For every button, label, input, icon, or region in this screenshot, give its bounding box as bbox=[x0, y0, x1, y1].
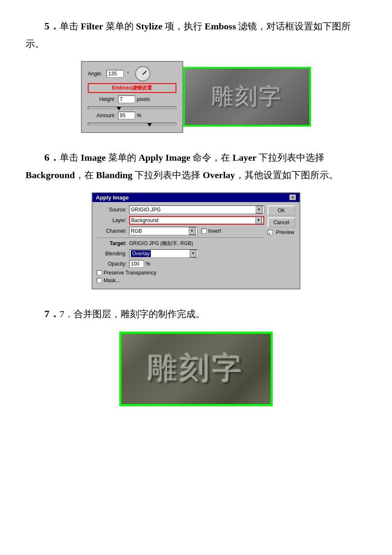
step7-text: 7．7．合并图层，雕刻字的制作完成。 bbox=[26, 305, 366, 323]
angle-clock bbox=[135, 66, 150, 81]
dialog-body: Source: GRIGIO.JPG ▼ Layer: Background bbox=[92, 202, 300, 289]
mask-label: Mask... bbox=[104, 278, 120, 283]
final-figure: 雕刻字 bbox=[26, 332, 366, 406]
emboss-figure: Angle: 135 ° Emboss滤镜设置 Height: 7 pixels bbox=[77, 61, 315, 133]
amount-slider[interactable] bbox=[88, 123, 176, 125]
dialog-close-button[interactable]: × bbox=[289, 194, 296, 200]
section-step5: 5．单击 Filter 菜单的 Stylize 项，执行 Emboss 滤镜，对… bbox=[26, 17, 366, 133]
height-input[interactable]: 7 bbox=[118, 95, 135, 103]
preview-label-text: Preview bbox=[276, 229, 294, 235]
emboss-preview-image: 雕刻字 bbox=[183, 67, 311, 127]
step5-text: 5．单击 Filter 菜单的 Stylize 项，执行 Emboss 滤镜，对… bbox=[26, 17, 366, 52]
height-unit: pixels bbox=[137, 96, 150, 102]
step7-content: 7．合并图层，雕刻字的制作完成。 bbox=[60, 309, 205, 319]
invert-checkbox[interactable] bbox=[202, 228, 207, 234]
amount-input[interactable]: 95 bbox=[118, 112, 135, 119]
step6-text: 6．单击 Image 菜单的 Apply Image 命令，在 Layer 下拉… bbox=[26, 148, 366, 184]
source-value: GRIGIO.JPG bbox=[131, 207, 161, 213]
target-row: Target: GRIGIO.JPG (雕刻字, RGB) bbox=[97, 240, 264, 247]
layer-label: Layer: bbox=[97, 217, 127, 223]
channel-value: RGB bbox=[131, 228, 142, 234]
height-slider[interactable] bbox=[88, 107, 176, 109]
mask-checkbox[interactable] bbox=[97, 278, 102, 283]
height-row: Height: 7 pixels bbox=[88, 95, 176, 103]
dialog-title: Apply Image bbox=[96, 194, 129, 201]
dialog-titlebar: Apply Image × bbox=[92, 193, 300, 202]
preserve-label: Preserve Transparency bbox=[104, 270, 156, 276]
dialog-buttons: OK Cancel Preview bbox=[268, 205, 295, 235]
blending-row: Blending: Overlay ▼ bbox=[97, 249, 264, 258]
preview-area: Preview bbox=[268, 229, 295, 235]
amount-unit: % bbox=[137, 113, 141, 119]
layer-dropdown-arrow[interactable]: ▼ bbox=[255, 217, 262, 224]
preview-checkbox[interactable] bbox=[268, 230, 273, 235]
source-row: Source: GRIGIO.JPG ▼ bbox=[97, 205, 264, 214]
mask-row: Mask... bbox=[97, 278, 264, 283]
invert-area: Invert bbox=[202, 228, 221, 234]
opacity-row: Opacity: 100 % bbox=[97, 260, 264, 268]
emboss-preview-chars: 雕刻字 bbox=[211, 82, 283, 112]
angle-label: Angle: bbox=[88, 71, 102, 77]
blending-label: Blending: bbox=[97, 251, 127, 257]
dialog-main-area: Source: GRIGIO.JPG ▼ Layer: Background bbox=[97, 205, 295, 285]
opacity-unit: % bbox=[146, 261, 150, 267]
layer-dropdown[interactable]: Background ▼ bbox=[129, 216, 264, 225]
preserve-row: Preserve Transparency bbox=[97, 270, 264, 276]
cancel-button[interactable]: Cancel bbox=[268, 217, 295, 228]
section-step7: 7．7．合并图层，雕刻字的制作完成。 雕刻字 bbox=[26, 305, 366, 406]
step6-num: 6． bbox=[44, 152, 60, 163]
amount-label: Amount: bbox=[88, 113, 115, 119]
source-dropdown[interactable]: GRIGIO.JPG ▼ bbox=[129, 205, 264, 214]
channel-dropdown-arrow[interactable]: ▼ bbox=[189, 227, 196, 235]
channel-row: Channel: RGB ▼ Invert bbox=[97, 227, 264, 235]
height-label: Height: bbox=[88, 96, 115, 102]
preserve-checkbox[interactable] bbox=[97, 270, 102, 275]
angle-row: Angle: 135 ° bbox=[88, 66, 176, 81]
apply-image-figure: Apply Image × Source: GRIGIO.JPG ▼ bbox=[26, 192, 366, 289]
section-step6: 6．单击 Image 菜单的 Apply Image 命令，在 Layer 下拉… bbox=[26, 148, 366, 289]
angle-unit: ° bbox=[127, 71, 129, 77]
target-value: GRIGIO.JPG (雕刻字, RGB) bbox=[129, 240, 193, 247]
source-dropdown-arrow[interactable]: ▼ bbox=[256, 206, 262, 214]
source-label: Source: bbox=[97, 207, 127, 213]
blending-dropdown-arrow[interactable]: ▼ bbox=[190, 250, 196, 257]
amount-row: Amount: 95 % bbox=[88, 112, 176, 119]
invert-label: Invert bbox=[208, 228, 221, 234]
emboss-dialog: Angle: 135 ° Emboss滤镜设置 Height: 7 pixels bbox=[81, 61, 183, 133]
blending-dropdown[interactable]: Overlay ▼ bbox=[129, 249, 198, 258]
step5-num: 5． bbox=[44, 20, 60, 32]
opacity-input[interactable]: 100 bbox=[129, 260, 144, 268]
channel-label: Channel: bbox=[97, 228, 127, 234]
target-label: Target: bbox=[97, 240, 127, 246]
final-preview-chars: 雕刻字 bbox=[147, 349, 245, 389]
final-preview-image: 雕刻字 bbox=[119, 332, 273, 406]
blending-value: Overlay bbox=[131, 250, 151, 257]
dialog-fields: Source: GRIGIO.JPG ▼ Layer: Background bbox=[97, 205, 264, 285]
apply-image-dialog: Apply Image × Source: GRIGIO.JPG ▼ bbox=[92, 192, 300, 289]
emboss-title-label: Emboss滤镜设置 bbox=[88, 83, 176, 93]
ok-button[interactable]: OK bbox=[268, 205, 295, 216]
channel-dropdown[interactable]: RGB ▼ bbox=[129, 227, 197, 235]
opacity-label: Opacity: bbox=[97, 261, 127, 267]
layer-value: Background bbox=[131, 217, 159, 223]
angle-input[interactable]: 135 bbox=[107, 70, 124, 78]
step7-num: 7． bbox=[44, 308, 60, 319]
layer-row: Layer: Background ▼ bbox=[97, 216, 264, 225]
divider bbox=[97, 237, 264, 238]
